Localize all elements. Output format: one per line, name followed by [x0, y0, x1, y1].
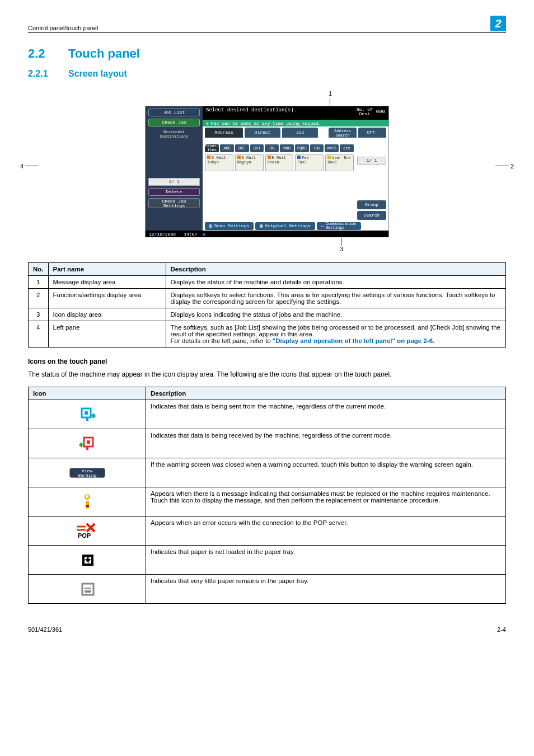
- maintenance-icon[interactable]: [29, 487, 146, 516]
- tab-off-hook[interactable]: Off-Hook: [358, 128, 386, 138]
- col-icon: Icon: [29, 387, 146, 400]
- message-text: Select desired destination(s).: [206, 107, 297, 113]
- dest-label: Box1: [327, 160, 337, 165]
- row-desc-suffix: .: [433, 337, 434, 344]
- delete-button[interactable]: Delete: [148, 188, 200, 196]
- icon-desc: Appears when an error occurs with the co…: [146, 516, 506, 546]
- callout-2-tick: [495, 166, 509, 166]
- view-warning-button[interactable]: View Warning: [29, 458, 146, 487]
- alpha-keys-row: Favor- ites ABC DEF GHI JKL MNO PQRS TUV…: [205, 144, 354, 152]
- subsection-title: Screen layout: [68, 69, 127, 78]
- job-list-button[interactable]: Job List: [148, 109, 200, 116]
- icon-desc: Indicates that paper is not loaded in th…: [146, 546, 506, 575]
- alpha-def[interactable]: DEF: [235, 144, 249, 152]
- callout-3-tick: [341, 238, 341, 246]
- dest-type: Fax: [302, 156, 309, 160]
- svg-rect-8: [86, 501, 89, 509]
- dest-label: Osaka: [268, 160, 279, 165]
- alpha-abc[interactable]: ABC: [220, 144, 234, 152]
- userbox-icon: [327, 156, 331, 159]
- alpha-etc[interactable]: etc: [340, 144, 354, 152]
- row-part: Icon display area: [48, 308, 166, 321]
- icon-desc: Indicates that data is being sent from t…: [146, 400, 506, 429]
- alpha-tuv[interactable]: TUV: [310, 144, 324, 152]
- left-pane: Job List Check Job Broadcast Destination…: [146, 106, 203, 236]
- svg-rect-17: [82, 584, 93, 595]
- tab-address-search[interactable]: Address Search: [329, 128, 357, 138]
- original-settings-label: Original Settings: [265, 222, 311, 230]
- row-desc: Displays icons indicating the status of …: [166, 308, 505, 321]
- dest-type: User Box: [332, 156, 351, 160]
- dest-type: E-Mail: [212, 156, 226, 160]
- dest-label: Tokyo: [207, 160, 219, 165]
- dest-email-osaka[interactable]: E-MailOsaka: [265, 154, 294, 171]
- fax-hint-icon: ◆: [206, 121, 209, 126]
- dest-type: E-Mail: [272, 156, 286, 160]
- tab-job-history[interactable]: Job History: [282, 128, 318, 138]
- tab-address-book[interactable]: Address Book: [205, 128, 243, 138]
- table-row: Indicates that data is being received by…: [29, 429, 506, 458]
- col-icon-desc: Description: [146, 387, 506, 400]
- fax-icon: [297, 156, 301, 159]
- table-row: POP Appears when an error occurs with th…: [29, 516, 506, 546]
- footer-model: 501/421/361: [28, 626, 62, 633]
- row-desc: Displays the status of the machine and d…: [166, 276, 505, 289]
- left-pane-link[interactable]: "Display and operation of the left panel…: [273, 337, 433, 344]
- email-icon: [207, 156, 210, 159]
- row-part: Functions/settings display area: [48, 289, 166, 308]
- alpha-ghi[interactable]: GHI: [250, 144, 264, 152]
- callout-4-tick: [25, 166, 39, 166]
- tab-direct-input[interactable]: Direct Input: [245, 128, 280, 138]
- table-row: Indicates that very little paper remains…: [29, 575, 506, 604]
- svg-text:POP: POP: [78, 532, 91, 539]
- table-row: 3 Icon display area Displays icons indic…: [29, 308, 506, 321]
- alpha-pqrs[interactable]: PQRS: [295, 144, 309, 152]
- original-settings-button[interactable]: ▦Original Settings: [255, 222, 315, 230]
- check-job-button[interactable]: Check Job: [148, 119, 200, 126]
- communication-settings-button[interactable]: ↔Communication Settings: [317, 222, 361, 230]
- alpha-wxyz[interactable]: WXYZ: [325, 144, 339, 152]
- dest-userbox-1[interactable]: User BoxBox1: [325, 154, 354, 171]
- sending-data-icon: [29, 400, 146, 429]
- page-header: Control panel/touch panel 2: [28, 16, 506, 33]
- footer-page: 2-4: [497, 626, 506, 633]
- table-row: 4 Left pane The softkeys, such as [Job L…: [29, 321, 506, 348]
- row-part: Left pane: [48, 321, 166, 348]
- email-icon: [237, 156, 241, 159]
- search-button[interactable]: Search: [357, 211, 386, 220]
- callout-3-label: 3: [340, 246, 343, 252]
- svg-rect-18: [85, 590, 91, 593]
- icons-intro: The status of the machine may appear in …: [28, 370, 506, 379]
- icon-desc: If the warning screen was closed when a …: [146, 458, 506, 487]
- dest-email-tokyo[interactable]: E-MailTokyo: [205, 154, 233, 171]
- col-desc: Description: [166, 263, 505, 276]
- screen-layout-figure: 1 2 3 4 Select desired destination(s). N…: [28, 91, 506, 239]
- tabs-row: Address Book Direct Input Job History Ad…: [205, 128, 386, 138]
- dest-fax-1[interactable]: FaxFax1: [295, 154, 324, 171]
- scan-settings-button[interactable]: ▥Scan Settings: [205, 222, 254, 230]
- num-dest-value: 000: [376, 109, 385, 115]
- dest-email-nagoya[interactable]: E-MailNagoya: [235, 154, 264, 171]
- broadcast-label: Broadcast Destinations: [148, 130, 200, 139]
- breadcrumb: Control panel/touch panel: [28, 25, 98, 31]
- num-dest-label: No. of Dest.: [357, 107, 373, 116]
- svg-rect-4: [87, 440, 90, 444]
- section-title: Touch panel: [68, 46, 140, 60]
- chapter-badge: 2: [490, 16, 506, 31]
- alpha-favorites[interactable]: Favor- ites: [205, 144, 219, 152]
- section-heading: 2.2Touch panel: [28, 46, 506, 61]
- destinations-row: E-MailTokyo E-MailNagoya E-MailOsaka Fax…: [205, 154, 354, 171]
- fax-hint-text: Fax can be sent at any time using keypad…: [211, 121, 321, 126]
- icons-heading: Icons on the touch panel: [28, 358, 506, 365]
- table-row: View Warning If the warning screen was c…: [29, 458, 506, 487]
- alpha-mno[interactable]: MNO: [280, 144, 294, 152]
- alpha-jkl[interactable]: JKL: [265, 144, 279, 152]
- check-job-settings-button[interactable]: Check Job Settings: [148, 198, 200, 208]
- row-no: 3: [29, 308, 49, 321]
- group-button[interactable]: Group: [357, 200, 386, 209]
- scan-icon: ▥: [209, 222, 212, 230]
- table-row: Indicates that data is being sent from t…: [29, 400, 506, 429]
- message-hint-bar: ◆ Fax can be sent at any time using keyp…: [203, 120, 388, 126]
- left-page-indicator: 1/ 1: [148, 178, 200, 186]
- sending-icon: ▣: [203, 232, 205, 237]
